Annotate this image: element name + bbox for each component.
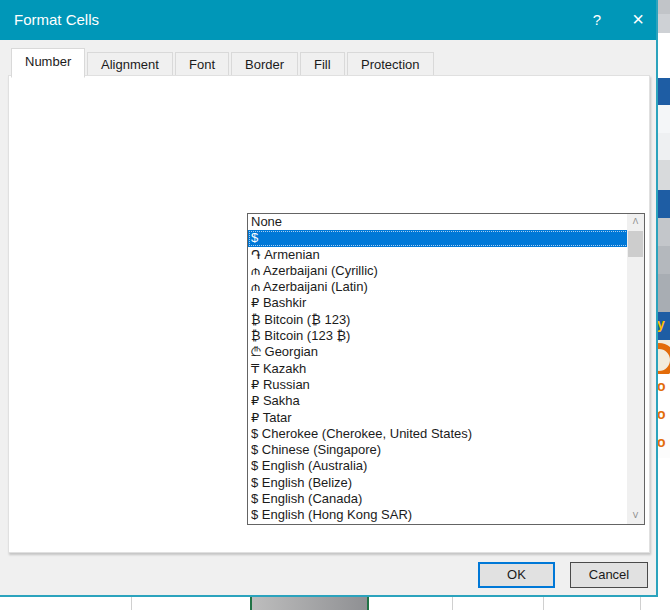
tab-alignment[interactable]: Alignment [87, 52, 173, 77]
background-selected-cell [250, 597, 369, 610]
background-cell [656, 246, 670, 275]
background-cell [656, 190, 670, 219]
cancel-button[interactable]: Cancel [570, 562, 648, 588]
symbol-option[interactable]: ₸ Kazakh [248, 361, 629, 377]
background-cell [656, 0, 670, 15]
symbol-option[interactable]: $ English (Australia) [248, 458, 629, 474]
tab-fill[interactable]: Fill [300, 52, 345, 77]
background-cell [656, 160, 670, 191]
background-cell [656, 133, 670, 161]
symbol-option[interactable]: $ [248, 230, 629, 246]
symbol-option[interactable]: ₿ Bitcoin (₿ 123) [248, 312, 629, 328]
background-spreadsheet-right: yooo [656, 0, 670, 610]
screen: yooo Format Cells ? × NumberAlignmentFon… [0, 0, 670, 610]
background-cell [656, 218, 670, 247]
background-gridline [543, 597, 544, 610]
symbol-option[interactable]: ₾ Georgian [248, 344, 629, 360]
close-icon[interactable]: × [624, 6, 652, 32]
tab-number[interactable]: Number [11, 48, 85, 78]
background-cell-text: o [657, 378, 666, 394]
symbol-option[interactable]: ₽ Sakha [248, 393, 629, 409]
symbol-option[interactable]: ₼ Azerbaijani (Latin) [248, 279, 629, 295]
tab-border[interactable]: Border [231, 52, 298, 77]
symbol-option[interactable]: ₿ Bitcoin (123 ₿) [248, 328, 629, 344]
symbol-option[interactable]: $ Cherokee (Cherokee, United States) [248, 426, 629, 442]
ok-button[interactable]: OK [478, 562, 555, 588]
background-gridline [640, 597, 641, 610]
symbol-dropdown-list[interactable]: None$֏ Armenian₼ Azerbaijani (Cyrillic)₼… [247, 213, 645, 525]
symbol-option[interactable]: $ English (Canada) [248, 491, 629, 507]
scrollbar-thumb[interactable] [628, 231, 643, 257]
background-cell: o [656, 402, 670, 431]
background-cell-text: y [657, 316, 665, 332]
help-button[interactable]: ? [585, 9, 609, 31]
background-cell: o [656, 430, 670, 459]
format-cells-dialog: Format Cells ? × NumberAlignmentFontBord… [0, 0, 658, 597]
symbol-option[interactable]: ₽ Bashkir [248, 295, 629, 311]
tab-font[interactable]: Font [175, 52, 229, 77]
background-orange-shape [656, 343, 670, 375]
symbol-option[interactable]: $ Chinese (Singapore) [248, 442, 629, 458]
background-cell [656, 105, 670, 134]
background-cell [656, 14, 670, 34]
background-cell [656, 274, 670, 313]
symbol-option[interactable]: $ English (Belize) [248, 475, 629, 491]
dialog-title: Format Cells [14, 11, 99, 28]
symbol-option[interactable]: ₼ Azerbaijani (Cyrillic) [248, 263, 629, 279]
dialog-titlebar[interactable]: Format Cells ? × [0, 0, 656, 40]
symbol-option[interactable]: ֏ Armenian [248, 247, 629, 263]
background-gridline [131, 597, 132, 610]
symbol-option[interactable]: ₽ Tatar [248, 410, 629, 426]
background-cell [656, 33, 670, 79]
dropdown-scrollbar[interactable]: ᐱ ᐯ [627, 214, 644, 524]
symbol-option[interactable]: $ English (Hong Kong SAR) [248, 507, 629, 523]
symbol-option[interactable]: ₽ Russian [248, 377, 629, 393]
tab-protection[interactable]: Protection [347, 52, 434, 77]
background-gridline [452, 597, 453, 610]
background-cell-text: o [657, 434, 666, 450]
background-cell: y [656, 312, 670, 341]
scroll-down-icon[interactable]: ᐯ [627, 508, 644, 524]
symbol-option[interactable]: None [248, 214, 629, 230]
background-cell: o [656, 374, 670, 403]
background-cell-text: o [657, 406, 666, 422]
background-cell [656, 340, 670, 375]
background-cell [656, 78, 670, 106]
background-cell [656, 458, 670, 610]
background-spreadsheet-bottom [0, 597, 670, 610]
scroll-up-icon[interactable]: ᐱ [627, 214, 644, 230]
